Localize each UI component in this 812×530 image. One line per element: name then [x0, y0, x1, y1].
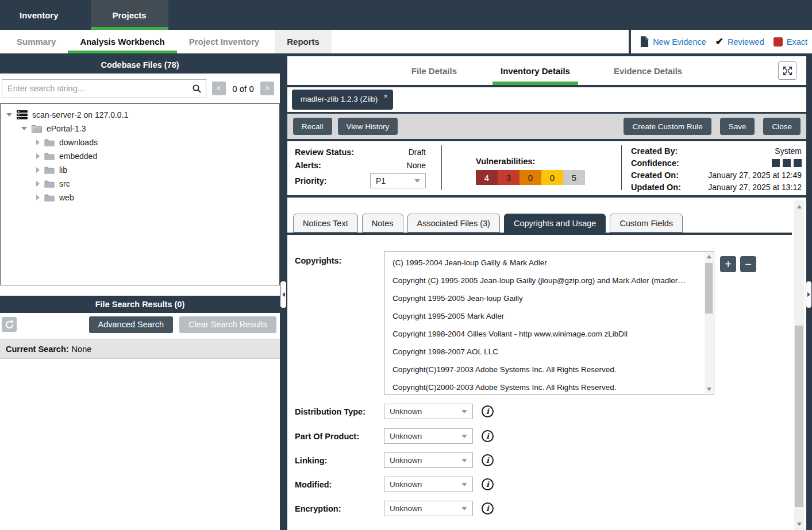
file-search-results-header: File Search Results (0): [0, 296, 280, 313]
caret-down-icon[interactable]: [6, 113, 12, 117]
topnav-tab-inventory[interactable]: Inventory: [5, 0, 74, 30]
create-custom-rule-button[interactable]: Create Custom Rule: [624, 118, 711, 135]
copyrights-scrollbar[interactable]: [705, 252, 713, 393]
updated-on-value: January 27, 2025 at 13:12: [708, 183, 802, 192]
tab-analysis-workbench[interactable]: Analysis Workbench: [68, 30, 176, 53]
copyright-list-item[interactable]: (C) 1995-2004 Jean-loup Gailly & Mark Ad…: [384, 254, 714, 272]
scroll-up-button[interactable]: [794, 202, 804, 211]
tree-item-web[interactable]: web: [1, 191, 279, 204]
codebase-files-panel: Codebase Files (78) < 0 of 0 >: [0, 56, 280, 530]
subtab-copyrights-and-usage[interactable]: Copyrights and Usage: [504, 214, 606, 233]
linking-select[interactable]: Unknown: [384, 452, 473, 468]
vuln-none-count[interactable]: 5: [563, 170, 585, 185]
info-icon[interactable]: i: [482, 405, 494, 417]
inventory-item-chip[interactable]: madler-zlib 1.2.3 (Zlib) ×: [292, 90, 393, 110]
scrollbar-thumb[interactable]: [795, 326, 803, 507]
vulnerabilities-column: Vulnerabilities: 4 3 0 0 5: [476, 157, 585, 185]
tab-project-inventory[interactable]: Project Inventory: [177, 30, 272, 53]
search-next-button[interactable]: >: [260, 82, 274, 95]
expand-right-icon: [807, 292, 810, 297]
view-history-button[interactable]: View History: [338, 118, 398, 135]
refresh-button[interactable]: [2, 317, 17, 332]
right-splitter[interactable]: [806, 56, 812, 530]
vuln-low-count[interactable]: 0: [541, 170, 563, 185]
copyright-list-item[interactable]: Copyright 1995-2005 Mark Adler: [384, 307, 714, 325]
sub-nav-bar: Summary Analysis Workbench Project Inven…: [0, 30, 812, 53]
tab-file-details[interactable]: File Details: [411, 56, 457, 85]
copyrights-listbox[interactable]: (C) 1995-2004 Jean-loup Gailly & Mark Ad…: [384, 251, 714, 394]
legend-exact-label: Exact: [787, 37, 807, 47]
priority-select[interactable]: P1: [370, 173, 426, 188]
subtab-custom-fields[interactable]: Custom Fields: [610, 214, 683, 233]
subtab-notes[interactable]: Notes: [362, 214, 403, 233]
modified-select[interactable]: Unknown: [384, 477, 473, 492]
legend-reviewed-label: Reviewed: [728, 37, 764, 47]
tab-reports[interactable]: Reports: [275, 30, 332, 53]
caret-right-icon[interactable]: [36, 167, 40, 173]
expand-right-panel-handle[interactable]: [806, 281, 811, 308]
add-copyright-button[interactable]: +: [720, 256, 736, 272]
encryption-select[interactable]: Unknown: [384, 501, 473, 516]
vulnerability-severity-bar[interactable]: 4 3 0 0 5: [476, 170, 585, 185]
legend-new-evidence: New Evidence: [640, 36, 706, 47]
tab-summary[interactable]: Summary: [5, 30, 68, 53]
confidence-square-icon: [772, 159, 780, 167]
expand-panel-button[interactable]: [778, 61, 796, 80]
tree-item-lib[interactable]: lib: [1, 163, 279, 177]
search-icon[interactable]: [192, 84, 202, 96]
copyright-list-item[interactable]: Copyright 1998-2004 Gilles Vollant - htt…: [384, 325, 714, 343]
left-splitter[interactable]: [280, 56, 287, 530]
tree-item-scan-server[interactable]: scan-server-2 on 127.0.0.1: [1, 108, 279, 122]
recall-button[interactable]: Recall: [293, 118, 332, 135]
caret-right-icon[interactable]: [36, 153, 40, 159]
info-icon[interactable]: i: [482, 478, 494, 490]
info-icon[interactable]: i: [482, 454, 494, 466]
clear-search-results-button[interactable]: Clear Search Results: [179, 316, 276, 333]
tree-item-src[interactable]: src: [1, 177, 279, 191]
collapse-left-panel-handle[interactable]: [280, 281, 286, 308]
part-of-product-select[interactable]: Unknown: [384, 428, 473, 444]
caret-down-icon[interactable]: [21, 127, 27, 130]
info-icon[interactable]: i: [482, 430, 494, 442]
open-inventory-chips: madler-zlib 1.2.3 (Zlib) ×: [287, 87, 806, 112]
tree-item-eportal[interactable]: ePortal-1.3: [1, 122, 279, 136]
info-icon[interactable]: i: [482, 502, 494, 514]
details-scrollbar[interactable]: [794, 200, 804, 530]
copyright-list-item[interactable]: Copyright 1998-2007 AOL LLC: [384, 343, 714, 361]
caret-right-icon[interactable]: [36, 181, 40, 187]
remove-copyright-button[interactable]: −: [740, 256, 756, 272]
vuln-critical-count[interactable]: 4: [476, 170, 498, 185]
vuln-medium-count[interactable]: 0: [519, 170, 541, 185]
priority-label: Priority:: [295, 176, 327, 185]
copyright-list-item[interactable]: Copyright (C) 1995-2005 Jean-loup Gailly…: [384, 272, 714, 289]
close-button[interactable]: Close: [763, 118, 801, 135]
caret-right-icon[interactable]: [36, 140, 40, 145]
copyright-list-item[interactable]: Copyright(C)1997-2003 Adobe Systems Inc.…: [384, 361, 714, 378]
codebase-files-header: Codebase Files (78): [0, 56, 280, 73]
close-chip-icon[interactable]: ×: [383, 92, 388, 100]
arrow-down-icon: [707, 388, 711, 391]
app-window: Inventory Projects Summary Analysis Work…: [0, 0, 812, 530]
review-status-row: Review Status: Draft: [295, 147, 426, 157]
tree-item-label: lib: [59, 165, 67, 175]
subtab-associated-files[interactable]: Associated Files (3): [407, 214, 500, 233]
scrollbar-thumb[interactable]: [705, 263, 713, 314]
copyright-list-item[interactable]: Copyright(C)2000-2003 Adobe Systems Inc.…: [384, 378, 714, 394]
scroll-up-button[interactable]: [705, 252, 713, 261]
subtab-notices-text[interactable]: Notices Text: [293, 214, 358, 233]
search-prev-button[interactable]: <: [212, 82, 226, 95]
topnav-tab-projects[interactable]: Projects: [91, 0, 168, 30]
scroll-down-button[interactable]: [794, 519, 804, 529]
tree-item-embedded[interactable]: embedded: [1, 149, 279, 163]
tree-item-downloads[interactable]: downloads: [1, 136, 279, 149]
copyright-list-item[interactable]: Copyright 1995-2005 Jean-loup Gailly: [384, 289, 714, 307]
tab-evidence-details[interactable]: Evidence Details: [614, 56, 682, 85]
scroll-down-button[interactable]: [705, 385, 713, 393]
search-input[interactable]: [2, 79, 206, 98]
advanced-search-button[interactable]: Advanced Search: [89, 316, 173, 333]
distribution-type-select[interactable]: Unknown: [384, 404, 473, 419]
caret-right-icon[interactable]: [36, 195, 40, 200]
save-button[interactable]: Save: [720, 118, 755, 135]
vuln-high-count[interactable]: 3: [498, 170, 519, 185]
tab-inventory-details[interactable]: Inventory Details: [501, 56, 570, 85]
